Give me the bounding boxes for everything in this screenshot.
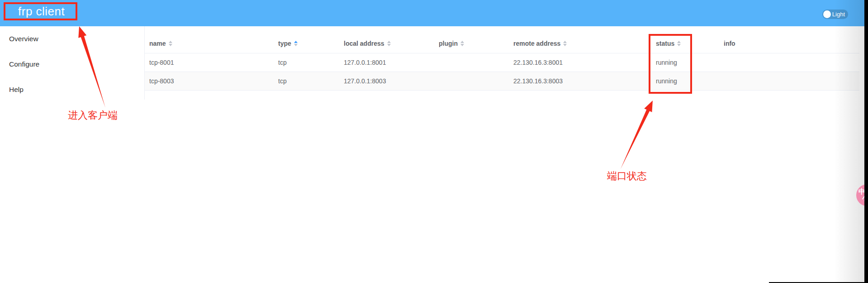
cell-plugin [434, 53, 509, 72]
cell-remote-address: 22.130.16.3:8001 [509, 53, 651, 72]
sort-caret-icon [677, 39, 681, 48]
sidebar-item-label: Help [9, 86, 24, 93]
cell-type: tcp [274, 53, 339, 72]
column-header-local-address[interactable]: local address [339, 34, 434, 53]
column-header-label: type [278, 40, 291, 47]
theme-toggle-knob-icon [823, 10, 831, 18]
sort-caret-icon [294, 39, 298, 48]
cell-info [719, 72, 859, 90]
app-title: frp client [18, 4, 65, 19]
frp-client-page: frp client Light Overview Configure Help… [0, 0, 868, 283]
app-header: frp client Light [0, 0, 868, 26]
sidebar-item-overview[interactable]: Overview [0, 26, 144, 52]
sidebar-item-label: Configure [9, 60, 39, 68]
sidebar-item-help[interactable]: Help [0, 77, 144, 102]
column-header-label: status [656, 40, 674, 47]
sort-caret-icon [169, 39, 172, 48]
theme-toggle[interactable]: Light [822, 10, 848, 19]
column-header-info: info [719, 34, 859, 53]
cell-type: tcp [274, 72, 339, 90]
cell-name: tcp-8001 [145, 53, 274, 72]
arrow-to-status-icon [621, 101, 653, 169]
cell-name: tcp-8003 [145, 72, 274, 90]
proxies-table: name type local address plugin remote ad… [145, 34, 859, 91]
column-header-label: info [724, 40, 735, 47]
sort-caret-icon [387, 39, 391, 48]
cell-plugin [434, 72, 509, 90]
sidebar-item-label: Overview [9, 35, 38, 43]
column-header-label: remote address [513, 40, 560, 47]
sort-caret-icon [460, 39, 464, 48]
column-header-status[interactable]: status [651, 34, 719, 53]
table-header-row: name type local address plugin remote ad… [145, 34, 859, 53]
sidebar: Overview Configure Help [0, 26, 144, 283]
table-row: tcp-8003 tcp 127.0.0.1:8003 22.130.16.3:… [145, 72, 859, 91]
theme-toggle-label: Light [832, 10, 845, 19]
column-header-name[interactable]: name [145, 34, 274, 53]
cell-status: running [651, 72, 719, 90]
column-header-remote-address[interactable]: remote address [509, 34, 651, 53]
column-header-label: name [149, 40, 166, 47]
cell-local-address: 127.0.0.1:8003 [339, 72, 434, 90]
column-header-label: plugin [439, 40, 458, 47]
sort-caret-icon [563, 39, 567, 48]
screen-right-border [864, 0, 868, 283]
column-header-plugin[interactable]: plugin [434, 34, 509, 53]
sidebar-item-configure[interactable]: Configure [0, 52, 144, 77]
cell-local-address: 127.0.0.1:8001 [339, 53, 434, 72]
cell-status: running [651, 53, 719, 72]
cell-remote-address: 22.130.16.3:8003 [509, 72, 651, 90]
column-header-type[interactable]: type [274, 34, 339, 53]
cell-info [719, 53, 859, 72]
table-row: tcp-8001 tcp 127.0.0.1:8001 22.130.16.3:… [145, 53, 859, 72]
column-header-label: local address [344, 40, 384, 47]
annotation-port-status: 端口状态 [607, 169, 647, 183]
